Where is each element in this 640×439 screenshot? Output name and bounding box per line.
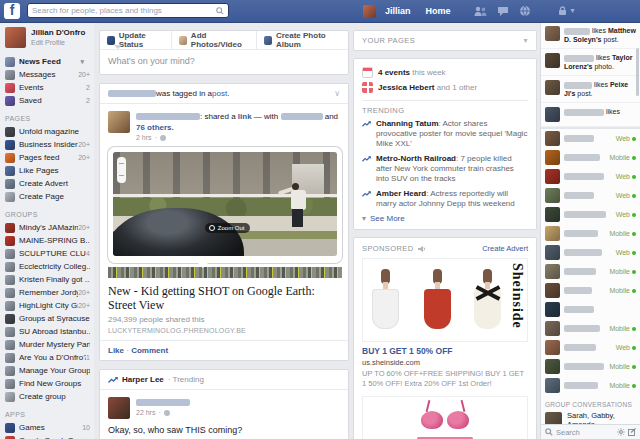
messages-icon[interactable]: [497, 6, 509, 17]
shared-link-title[interactable]: New - Kid getting SHOT on Google Earth: …: [108, 284, 340, 312]
sidebar-item[interactable]: Remember Jordyn... 20+: [5, 286, 94, 299]
chat-search-bar[interactable]: Search: [540, 424, 640, 439]
group-icon: [5, 340, 15, 350]
shared-link[interactable]: link: [238, 112, 252, 121]
post-timestamp[interactable]: 2 hrs·: [136, 134, 340, 141]
new-message-icon[interactable]: [628, 428, 636, 436]
ad-url[interactable]: us.sheinside.com: [362, 358, 528, 367]
sidebar-item[interactable]: News Feed ▾: [5, 55, 94, 68]
post-options-chevron-icon[interactable]: ∨: [334, 89, 340, 98]
poster-avatar[interactable]: [108, 397, 130, 419]
chat-contact[interactable]: Mobile: [541, 319, 640, 338]
streetview-zoom-control[interactable]: [117, 157, 126, 183]
post-link[interactable]: post: [212, 89, 227, 98]
trending-topic[interactable]: Amber Heard: Actress reportedly will mar…: [362, 189, 528, 209]
chat-contact[interactable]: Web: [541, 167, 640, 186]
chat-contact[interactable]: Mobile: [541, 357, 640, 376]
sidebar-item[interactable]: Groups at Syracuse: [5, 312, 94, 325]
chat-contact[interactable]: Web: [541, 338, 640, 357]
blurred-name: [564, 363, 604, 370]
sidebar-item[interactable]: Unfold magazine: [5, 125, 94, 138]
ad-adoreme[interactable]: Best. Lingerie. Ever. adoreme.com Lucind…: [362, 396, 528, 439]
sidebar-item[interactable]: Saved 2: [5, 94, 94, 107]
global-search[interactable]: [27, 3, 229, 18]
ticker-story[interactable]: likes: [541, 103, 640, 127]
birthdays-row[interactable]: Jessica Hebert and 1 other: [362, 80, 528, 95]
chat-contact[interactable]: Web: [541, 129, 640, 148]
profile-block[interactable]: Jillian D'Onfro Edit Profile: [5, 27, 94, 48]
like-button[interactable]: Like: [108, 346, 124, 355]
groups-section-header: GROUPS: [5, 211, 94, 218]
settings-caret-icon[interactable]: ▾: [571, 7, 575, 15]
edit-profile-link[interactable]: Edit Profile: [31, 38, 85, 47]
chat-contact[interactable]: Mobile: [541, 376, 640, 395]
sidebar-item[interactable]: Games 10: [5, 421, 94, 434]
sidebar-item[interactable]: MAINE-SPRING B...: [5, 234, 94, 247]
streetview-screenshot[interactable]: Zoom Out: [108, 147, 342, 278]
sidebar-item[interactable]: Ecclectricity Colleg...: [5, 260, 94, 273]
chat-contact[interactable]: Mobile: [541, 262, 640, 281]
ticker-story[interactable]: likes Peixe Ji's post.: [541, 76, 640, 103]
post-timestamp[interactable]: 22 hrs·: [136, 409, 190, 416]
sidebar-item[interactable]: Candy Crush Saga: [5, 434, 94, 439]
composer-tab[interactable]: Create Photo Album: [257, 31, 348, 49]
sidebar-item[interactable]: Murder Mystery Party: [5, 338, 94, 351]
your-pages-card[interactable]: YOUR PAGES ▾: [353, 30, 537, 51]
notifications-globe-icon[interactable]: [519, 5, 531, 17]
poster-avatar[interactable]: [108, 111, 130, 133]
trending-topic[interactable]: Metro-North Railroad: 7 people killed af…: [362, 154, 528, 184]
sidebar-item[interactable]: Manage Your Groups: [5, 364, 94, 377]
chat-contact[interactable]: Mobile: [541, 148, 640, 167]
sidebar-item[interactable]: Mindy's JAMazing... 20+: [5, 221, 94, 234]
sidebar-item[interactable]: SCULPTURE CLUB 4: [5, 247, 94, 260]
sidebar-item[interactable]: Pages feed 20+: [5, 151, 94, 164]
comment-button[interactable]: Comment: [131, 346, 168, 355]
sidebar-item[interactable]: HighLight City Gro... 20+: [5, 299, 94, 312]
online-dot: [632, 327, 636, 331]
chat-contact[interactable]: Web: [541, 186, 640, 205]
sidebar-item[interactable]: Create Advert: [5, 177, 94, 190]
ad-sheinside[interactable]: Sheinside BUY 1 GET 1 50% OFF us.sheinsi…: [362, 258, 528, 388]
chat-contact[interactable]: Mobile: [541, 281, 640, 300]
chat-contact[interactable]: Mobile: [541, 224, 640, 243]
gear-icon[interactable]: [617, 428, 625, 436]
events-row[interactable]: 4 events this week: [362, 65, 528, 80]
sidebar-item[interactable]: SU Abroad Istanbu...: [5, 325, 94, 338]
chat-contact[interactable]: Web: [541, 243, 640, 262]
profile-link[interactable]: Jillian: [385, 6, 411, 16]
trending-topic-name[interactable]: Harper Lee: [122, 375, 164, 384]
ticker-story[interactable]: likes Taylor Lorenz's photo.: [541, 49, 640, 76]
facebook-logo[interactable]: f: [4, 3, 20, 19]
sidebar-item[interactable]: Are You a D'Onfro? 1: [5, 351, 94, 364]
zoom-out-button[interactable]: Zoom Out: [205, 223, 250, 233]
sidebar-item[interactable]: Messages 20+: [5, 68, 94, 81]
friend-requests-icon[interactable]: [474, 6, 487, 17]
sidebar-item[interactable]: Create group: [5, 390, 94, 403]
chat-contact[interactable]: Web: [541, 205, 640, 224]
user-avatar[interactable]: [363, 5, 376, 18]
see-more-link[interactable]: ▾ See More: [362, 214, 528, 223]
sidebar-item[interactable]: Find New Groups: [5, 377, 94, 390]
search-input[interactable]: [32, 6, 216, 15]
others-link[interactable]: 76 others.: [136, 123, 174, 132]
sidebar-item[interactable]: Like Pages: [5, 164, 94, 177]
sidebar-item[interactable]: Events 2: [5, 81, 94, 94]
sidebar-item[interactable]: Create Page: [5, 190, 94, 203]
ticker-story[interactable]: likes Matthew D. Soleyn's post.: [541, 22, 640, 49]
ad-title[interactable]: BUY 1 GET 1 50% OFF: [362, 346, 528, 356]
your-pages-chevron-icon[interactable]: ▾: [524, 37, 528, 45]
sidebar-item[interactable]: Business Insider: ... 20+: [5, 138, 94, 151]
create-advert-link[interactable]: Create Advert: [482, 244, 528, 253]
home-link[interactable]: Home: [426, 6, 451, 16]
composer-tab[interactable]: Add Photos/Video: [172, 31, 257, 49]
pencil-icon: [107, 36, 115, 45]
chevron-down-icon[interactable]: ▾: [80, 58, 84, 66]
privacy-lock-icon[interactable]: [558, 6, 567, 16]
composer-tab[interactable]: Update Status: [100, 31, 172, 49]
profile-name[interactable]: Jillian D'Onfro: [31, 27, 85, 38]
chat-contact[interactable]: [541, 300, 640, 319]
trending-topic[interactable]: Channing Tatum: Actor shares provocative…: [362, 119, 528, 149]
sidebar-item[interactable]: Kristen Finally got ...: [5, 273, 94, 286]
status-input[interactable]: What's on your mind?: [100, 50, 348, 74]
scrollbar[interactable]: [636, 48, 639, 96]
